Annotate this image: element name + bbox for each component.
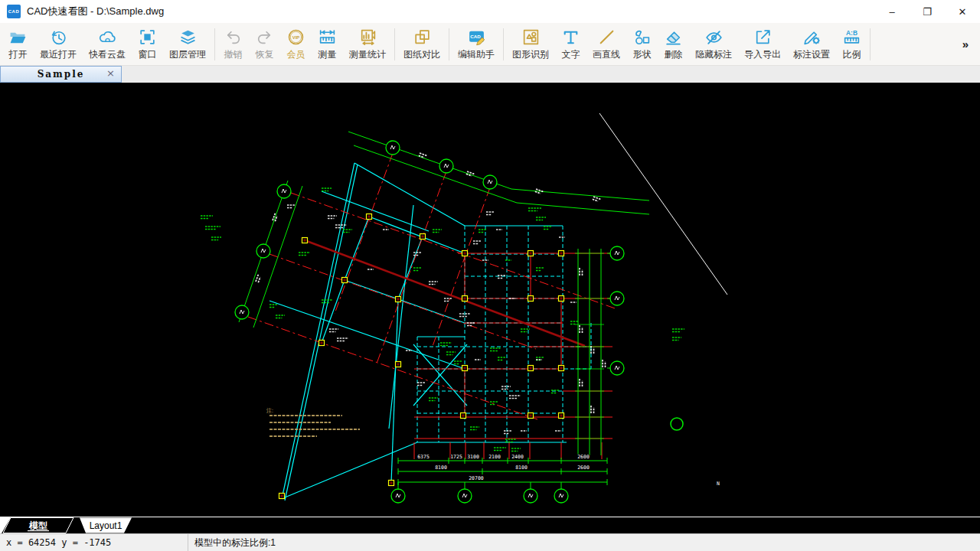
toolbar-button-hide-annotation[interactable]: 隐藏标注	[689, 24, 738, 64]
toolbar-button-label: 标注设置	[793, 48, 830, 61]
annotation-scale-info: 模型中的标注比例:1	[188, 536, 276, 549]
dimension-text: 20700	[469, 475, 484, 481]
dimension-text: 8100	[515, 465, 528, 471]
toolbar-button-label: 比例	[843, 48, 861, 61]
toolbar-button-recent-clock[interactable]: 最近打开	[34, 24, 83, 64]
maximize-button[interactable]: ❐	[910, 0, 945, 23]
toolbar-button-label: 删除	[665, 48, 683, 61]
toolbar-separator	[449, 28, 449, 60]
tab-close-icon[interactable]: ×	[106, 67, 115, 79]
layout-tab-bar: 模型Layout1	[0, 517, 980, 533]
toolbar-button-annotation-settings[interactable]: 标注设置	[787, 24, 836, 64]
dimension-text: 2400	[511, 454, 524, 460]
draw-line-icon	[597, 28, 616, 47]
toolbar-button-draw-line[interactable]: 画直线	[586, 24, 626, 64]
dimension-text: 2100	[488, 454, 501, 460]
drawing-canvas[interactable]: 注:63751725310021002400260081008100260020…	[0, 83, 980, 517]
toolbar-button-label: 会员	[287, 48, 305, 61]
toolbar-separator	[214, 28, 215, 60]
shapes-icon	[632, 28, 652, 47]
tab-model-label: 模型	[28, 520, 47, 531]
toolbar-button-cloud[interactable]: 快看云盘	[83, 24, 132, 64]
toolbar-button-window-select[interactable]: 窗口	[132, 24, 163, 64]
toolbar-button-vip[interactable]: VIP会员	[280, 24, 312, 64]
compare-icon	[413, 28, 432, 47]
window-title: CAD快速看图 - D:\Sample.dwg	[27, 5, 164, 18]
dimension-text: 3100	[467, 454, 479, 460]
tab-layout1-label: Layout1	[90, 520, 122, 531]
toolbar-button-label: 恢复	[256, 48, 274, 61]
toolbar-button-label: 文字	[562, 48, 580, 61]
cursor-coordinates: x = 64254 y = -1745	[0, 537, 188, 548]
toolbar-button-compare[interactable]: 图纸对比	[397, 24, 446, 64]
svg-text:CAD: CAD	[470, 34, 481, 39]
toolbar-overflow-button[interactable]: »	[953, 37, 978, 51]
undo-icon	[224, 28, 243, 47]
import-export-icon	[753, 28, 773, 47]
window-select-icon	[138, 28, 157, 47]
eraser-icon	[664, 28, 683, 47]
toolbar-button-edit-assistant[interactable]: CAD编辑助手	[452, 24, 501, 64]
tab-sample-label: Sample	[38, 69, 85, 80]
close-button[interactable]: ✕	[945, 0, 980, 23]
recent-clock-icon	[49, 28, 68, 47]
dimension-text: 1725	[450, 454, 462, 460]
toolbar-button-label: 导入导出	[744, 48, 781, 61]
toolbar-button-shape-recognition[interactable]: 图形识别	[506, 24, 555, 64]
toolbar-button-label: 快看云盘	[89, 48, 126, 61]
toolbar-button-import-export[interactable]: 导入导出	[738, 24, 787, 64]
toolbar-button-scale-ab[interactable]: A:B比例	[836, 24, 867, 64]
toolbar-button-label: 撤销	[224, 48, 243, 61]
status-bar: x = 64254 y = -1745 模型中的标注比例:1	[0, 533, 980, 551]
toolbar-button-measure[interactable]: 测量	[312, 24, 343, 64]
toolbar-button-measure-stats[interactable]: 测量统计	[343, 24, 392, 64]
document-tab-strip: Sample ×	[0, 66, 980, 83]
scale-ab-icon: A:B	[842, 28, 861, 47]
toolbar-button-label: 测量统计	[349, 48, 386, 61]
toolbar-button-label: 图纸对比	[403, 48, 440, 61]
toolbar-button-label: 图层管理	[169, 48, 206, 61]
layers-icon	[178, 28, 198, 47]
toolbar-separator	[503, 28, 504, 60]
toolbar-button-label: 窗口	[139, 48, 157, 61]
measure-icon	[318, 28, 337, 47]
toolbar-button-label: 图形识别	[512, 48, 549, 61]
toolbar-button-label: 编辑助手	[458, 48, 495, 61]
edit-assistant-icon: CAD	[467, 28, 486, 47]
dimension-text: 6375	[417, 454, 430, 460]
toolbar-button-label: 打开	[9, 48, 28, 61]
text-tool-icon	[561, 28, 580, 47]
cloud-icon	[98, 28, 117, 47]
dimension-text: 2600	[577, 465, 590, 471]
dimension-text: 8100	[435, 465, 447, 471]
layout-tabs: 模型Layout1	[0, 517, 184, 533]
toolbar-button-redo[interactable]: 恢复	[249, 24, 280, 64]
drawing-notes-title: 注:	[266, 407, 273, 413]
measure-stats-icon	[358, 28, 377, 47]
tab-sample[interactable]: Sample ×	[0, 66, 122, 83]
shape-recognition-icon	[521, 28, 541, 47]
svg-text:A:B: A:B	[846, 28, 858, 36]
toolbar-button-undo[interactable]: 撤销	[217, 24, 249, 64]
vip-icon: VIP	[286, 28, 305, 47]
main-toolbar: 打开最近打开快看云盘窗口图层管理撤销恢复VIP会员测量测量统计图纸对比CAD编辑…	[0, 23, 980, 66]
toolbar-button-label: 形状	[633, 48, 652, 61]
toolbar-separator	[870, 28, 871, 60]
open-folder-icon	[8, 28, 28, 47]
dimension-text: 2600	[577, 454, 590, 460]
hide-annotation-icon	[704, 28, 724, 47]
toolbar-button-shapes[interactable]: 形状	[626, 24, 658, 64]
toolbar-separator	[394, 28, 395, 60]
toolbar-button-label: 最近打开	[40, 48, 77, 61]
toolbar-button-label: 测量	[318, 48, 337, 61]
toolbar-button-text-tool[interactable]: 文字	[555, 24, 586, 64]
minimize-button[interactable]: –	[874, 0, 910, 23]
svg-text:VIP: VIP	[292, 35, 300, 40]
toolbar-button-eraser[interactable]: 删除	[658, 24, 689, 64]
redo-icon	[255, 28, 274, 47]
toolbar-button-layers[interactable]: 图层管理	[163, 24, 212, 64]
app-icon: CAD	[7, 5, 21, 18]
dimension-text: N	[717, 481, 720, 487]
toolbar-button-label: 画直线	[593, 48, 620, 61]
toolbar-button-open-folder[interactable]: 打开	[2, 24, 34, 64]
